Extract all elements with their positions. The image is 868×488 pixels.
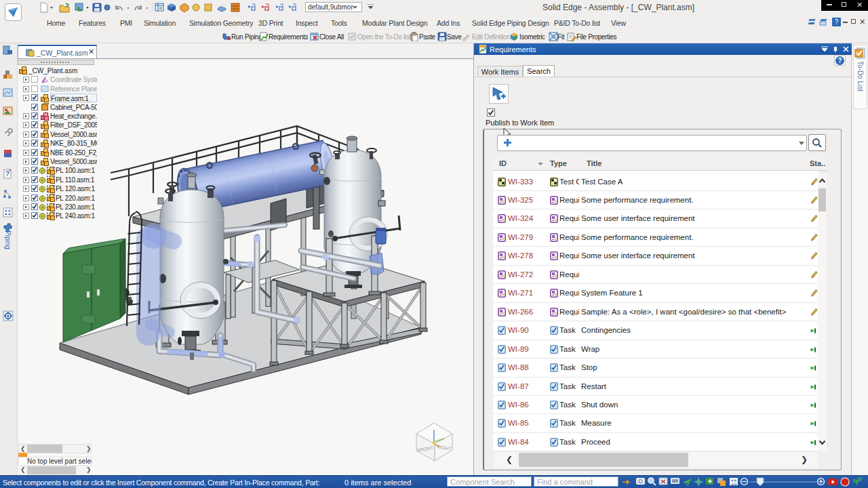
svg-text:?: ?	[835, 18, 839, 26]
svg-text:?: ?	[5, 170, 9, 178]
